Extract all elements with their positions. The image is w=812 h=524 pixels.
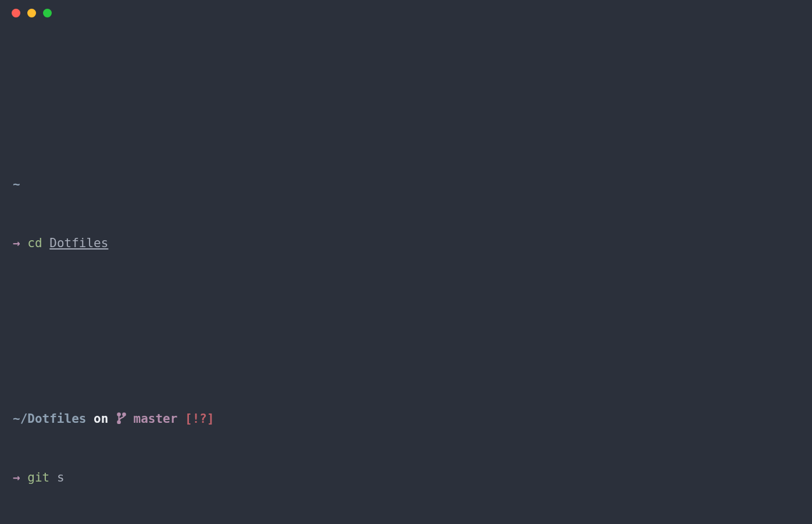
terminal-body[interactable]: ~ → cd Dotfiles ~/Dotfiles on master [!?… [0, 26, 812, 524]
prompt-on: on [94, 412, 108, 426]
prompt-line: ~ [13, 175, 799, 195]
minimize-icon[interactable] [27, 9, 36, 17]
prompt-branch: master [134, 412, 178, 426]
prompt-arrow: → [13, 236, 20, 250]
terminal-window: ~ → cd Dotfiles ~/Dotfiles on master [!?… [0, 0, 812, 524]
close-icon[interactable] [12, 9, 20, 17]
command-arg: Dotfiles [49, 236, 108, 250]
command-name: cd [27, 236, 42, 250]
prompt-path: ~/Dotfiles [13, 412, 86, 426]
git-branch-icon [116, 411, 126, 424]
command-name: git [27, 470, 49, 484]
prompt-line: ~/Dotfiles on master [!?] [13, 409, 799, 429]
command-line: → git s [13, 468, 799, 488]
command-arg: s [57, 470, 65, 484]
zoom-icon[interactable] [43, 9, 52, 17]
prompt-path: ~ [13, 177, 20, 191]
prompt-git-status: [!?] [185, 412, 214, 426]
blank-line [13, 77, 799, 97]
command-line: → cd Dotfiles [13, 234, 799, 254]
prompt-arrow: → [13, 470, 20, 484]
blank-line [13, 312, 799, 331]
window-titlebar [0, 0, 812, 26]
